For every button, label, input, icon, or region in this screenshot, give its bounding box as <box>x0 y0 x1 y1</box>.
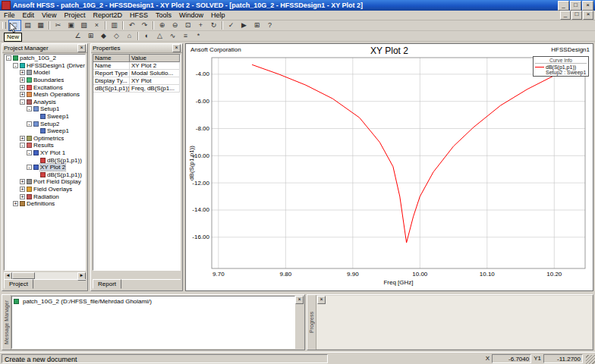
minimize-button[interactable]: _ <box>558 1 569 11</box>
print-button[interactable]: ▥ <box>108 20 121 31</box>
zoom-fit-button[interactable]: ⊡ <box>181 20 194 31</box>
property-row-report-type[interactable]: Report TypeModal Solutio... <box>93 70 180 77</box>
tree-item-xy-plot-1[interactable]: -XY Plot 1 <box>5 149 85 157</box>
mdi-minimize-button[interactable]: _ <box>560 11 571 20</box>
cut-button[interactable]: ✂ <box>52 20 65 31</box>
menu-edit[interactable]: Edit <box>19 11 39 20</box>
expand-icon[interactable]: + <box>20 92 25 97</box>
tab-report[interactable]: Report <box>93 279 121 289</box>
analyze-button[interactable]: ▶ <box>238 20 250 31</box>
tree-item-sweep1[interactable]: Sweep1 <box>5 127 85 135</box>
copy-button[interactable]: ▣ <box>65 20 77 31</box>
expand-icon[interactable]: + <box>20 85 25 90</box>
menu-window[interactable]: Window <box>175 11 207 20</box>
delete-button[interactable]: × <box>90 20 103 31</box>
expand-icon[interactable]: + <box>20 77 25 83</box>
toolbar-grip[interactable] <box>2 22 6 29</box>
matrix-button[interactable]: ⊞ <box>250 20 263 31</box>
tree-item-port-field-display[interactable]: +Port Field Display <box>5 178 85 186</box>
tree-item-setup2[interactable]: -Setup2 <box>5 120 85 127</box>
grid-settings-button[interactable]: ⊞ <box>84 30 97 42</box>
expand-icon[interactable]: + <box>13 201 18 206</box>
menu-report2d[interactable]: Report2D <box>89 11 126 20</box>
collapse-icon[interactable]: - <box>13 63 18 68</box>
tree-item-patch-10g-2[interactable]: -patch_10G_2 <box>5 55 85 62</box>
tree-item-field-overlays[interactable]: +Field Overlays <box>5 186 85 193</box>
menu-view[interactable]: View <box>38 11 60 20</box>
collapse-icon[interactable]: - <box>27 150 32 155</box>
expand-icon[interactable]: + <box>20 194 25 199</box>
shaded-view-button[interactable]: ◐ <box>140 30 153 42</box>
close-button[interactable]: × <box>582 1 593 11</box>
tab-project[interactable]: Project <box>4 279 33 289</box>
field-plot-button[interactable]: ∿ <box>166 30 179 42</box>
collapse-icon[interactable]: - <box>6 55 11 61</box>
tree-item-definitions[interactable]: +Definitions <box>5 200 85 208</box>
measure-button[interactable]: ∠ <box>71 30 84 42</box>
resize-grip[interactable] <box>586 355 595 364</box>
tree-item-boundaries[interactable]: +Boundaries <box>5 77 85 84</box>
property-value[interactable]: Freq, dB(S(p1... <box>130 85 180 93</box>
tree-item-optimetrics[interactable]: +Optimetrics <box>5 135 85 143</box>
tree-item-hfssdesign1-drivenmodal[interactable]: -HFSSDesign1 (DrivenModal) <box>5 62 85 70</box>
tree-item-analysis[interactable]: -Analysis <box>5 99 85 106</box>
tree-item-results[interactable]: -Results <box>5 142 85 149</box>
tree-item-model[interactable]: +Model <box>5 69 85 77</box>
tree-item-excitations[interactable]: +Excitations <box>5 83 85 91</box>
pan-button[interactable]: + <box>194 20 207 31</box>
tree-item-setup1[interactable]: -Setup1 <box>5 105 85 113</box>
help-button[interactable]: ? <box>263 20 276 31</box>
zoom-in-button[interactable]: ⊕ <box>156 20 168 31</box>
collapse-icon[interactable]: - <box>20 99 25 105</box>
menu-tools[interactable]: Tools <box>152 11 175 20</box>
progress-close-button[interactable]: × <box>317 296 326 304</box>
tree-item-sweep1[interactable]: Sweep1 <box>5 113 85 121</box>
snap-mode-button[interactable]: ◆ <box>97 30 110 42</box>
message-manager-close-button[interactable]: × <box>295 296 304 304</box>
property-value[interactable]: XY Plot <box>130 77 180 85</box>
collapse-icon[interactable]: - <box>20 143 25 148</box>
save-button[interactable]: ▦ <box>34 20 47 31</box>
menu-file[interactable]: File <box>0 11 19 20</box>
validate-button[interactable]: ✓ <box>225 20 238 31</box>
tree-item-db-s-p1-p1[interactable]: dB(S(p1,p1)) <box>5 156 85 164</box>
expand-icon[interactable]: + <box>20 136 25 141</box>
property-value[interactable]: XY Plot 2 <box>130 62 180 70</box>
property-row-display-ty[interactable]: Display Ty...XY Plot <box>93 77 180 85</box>
tree-item-xy-plot-2[interactable]: -XY Plot 2 <box>5 164 85 171</box>
property-row-db-s-p1-p1[interactable]: dB(S(p1,p1))Freq, dB(S(p1... <box>93 85 180 93</box>
collapse-icon[interactable]: - <box>27 121 32 127</box>
rotate-button[interactable]: ↻ <box>207 20 220 31</box>
tree-item-db-s-p1-p1[interactable]: dB(S(p1,p1)) <box>5 171 85 179</box>
properties-close-button[interactable]: × <box>172 44 181 52</box>
undo-button[interactable]: ↶ <box>125 20 138 31</box>
expand-icon[interactable]: + <box>20 70 25 75</box>
view-home-button[interactable]: ⌂ <box>123 30 136 42</box>
mdi-restore-button[interactable]: □ <box>571 11 582 20</box>
xy-plot-window[interactable]: 9.709.809.9010.0010.1010.20-4.00-6.00-8.… <box>185 43 593 291</box>
collapse-icon[interactable]: - <box>27 165 32 170</box>
open-button[interactable]: ▤ <box>21 20 34 31</box>
collapse-icon[interactable]: - <box>27 106 32 111</box>
xy-plot-canvas[interactable]: 9.709.809.9010.0010.1010.20-4.00-6.00-8.… <box>186 44 593 290</box>
antenna-pattern-button[interactable]: * <box>192 30 205 42</box>
restore-button[interactable]: □ <box>570 1 581 11</box>
message-item[interactable]: patch_10G_2 (D:/HFSS_file/Mehrdad Gholam… <box>12 297 294 306</box>
project-tree-hscrollbar[interactable]: ◄ ► <box>4 272 86 279</box>
tree-item-mesh-operations[interactable]: +Mesh Operations <box>5 91 85 99</box>
expand-icon[interactable]: + <box>20 187 25 192</box>
menu-hfss[interactable]: HFSS <box>126 11 152 20</box>
coordinate-plane-button[interactable]: ◇ <box>110 30 123 42</box>
menu-help[interactable]: Help <box>207 11 229 20</box>
mesh-view-button[interactable]: △ <box>153 30 166 42</box>
paste-button[interactable]: ▧ <box>77 20 90 31</box>
tree-item-radiation[interactable]: +Radiation <box>5 193 85 200</box>
property-value[interactable]: Modal Solutio... <box>130 70 180 77</box>
mdi-close-button[interactable]: × <box>583 11 593 20</box>
series-db-s-p1-p1[interactable] <box>252 64 575 243</box>
property-row-name[interactable]: NameXY Plot 2 <box>93 62 180 70</box>
scroll-thumb[interactable] <box>12 272 35 279</box>
menu-project[interactable]: Project <box>60 11 89 20</box>
expand-icon[interactable]: + <box>20 179 25 184</box>
zoom-out-button[interactable]: ⊖ <box>168 20 181 31</box>
